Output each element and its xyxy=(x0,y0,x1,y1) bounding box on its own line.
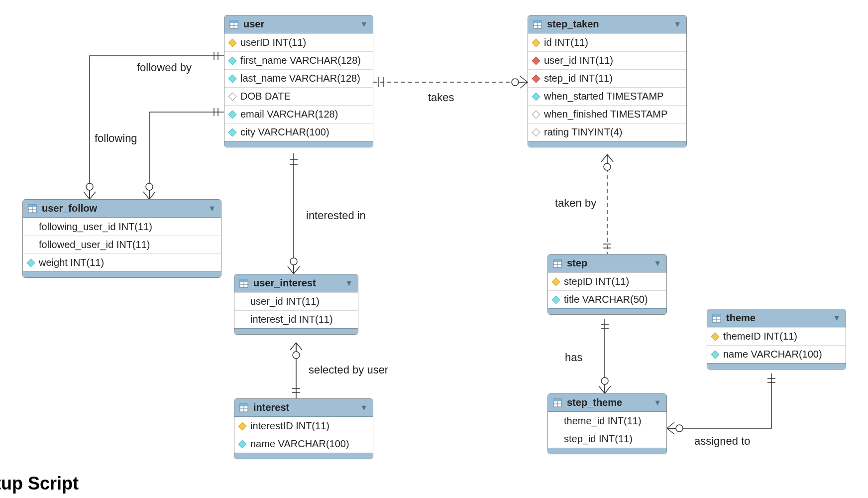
column-icon xyxy=(228,74,237,83)
svg-point-2 xyxy=(512,79,519,86)
collapse-icon[interactable]: ▼ xyxy=(345,279,353,288)
table-icon xyxy=(533,20,542,29)
column-icon xyxy=(228,128,237,136)
collapse-icon[interactable]: ▼ xyxy=(833,314,841,323)
column-row: user_id INT(11) xyxy=(234,292,358,310)
table-footer xyxy=(548,308,666,314)
table-interest[interactable]: interest ▼ interestID INT(11) name VARCH… xyxy=(234,398,373,459)
column-row: interestID INT(11) xyxy=(234,417,373,435)
table-footer xyxy=(23,271,221,277)
table-header[interactable]: user_follow ▼ xyxy=(23,200,221,218)
collapse-icon[interactable]: ▼ xyxy=(653,398,661,407)
svg-rect-29 xyxy=(553,259,561,262)
column-row: userID INT(11) xyxy=(224,33,373,51)
fk-icon xyxy=(532,74,541,83)
table-header[interactable]: step_theme ▼ xyxy=(548,394,666,412)
column-row: interest_id INT(11) xyxy=(234,310,358,328)
column-def: DOB DATE xyxy=(240,91,291,102)
column-row: title VARCHAR(50) xyxy=(548,290,666,308)
rel-label-selected-by-user: selected by user xyxy=(309,364,388,376)
column-row: DOB DATE xyxy=(224,87,373,105)
column-def: followed_user_id INT(11) xyxy=(39,239,150,250)
column-def: rating TINYINT(4) xyxy=(544,126,622,138)
rel-label-taken-by: taken by xyxy=(555,197,596,210)
rel-label-followed-by: followed by xyxy=(137,61,192,74)
pk-icon xyxy=(532,38,541,47)
column-row: following_user_id INT(11) xyxy=(23,218,221,236)
column-def: stepID INT(11) xyxy=(564,276,629,287)
table-footer xyxy=(224,141,373,147)
column-row: followed_user_id INT(11) xyxy=(23,236,221,253)
pk-icon xyxy=(552,277,560,286)
svg-rect-37 xyxy=(713,314,721,317)
erd-canvas: user ▼ userID INT(11) first_name VARCHAR… xyxy=(0,0,868,498)
column-def: step_id INT(11) xyxy=(564,433,633,445)
column-def: interest_id INT(11) xyxy=(250,314,333,325)
table-step-theme[interactable]: step_theme ▼ theme_id INT(11) step_id IN… xyxy=(547,393,667,454)
table-icon xyxy=(28,204,37,213)
table-name: theme xyxy=(726,312,756,324)
table-footer xyxy=(548,448,666,454)
column-def: name VARCHAR(100) xyxy=(250,438,349,450)
column-icon xyxy=(228,92,237,101)
pk-icon xyxy=(228,38,237,47)
svg-rect-21 xyxy=(240,279,248,282)
table-name: step_taken xyxy=(547,18,599,30)
collapse-icon[interactable]: ▼ xyxy=(653,259,661,268)
column-def: city VARCHAR(100) xyxy=(240,126,329,138)
collapse-icon[interactable]: ▼ xyxy=(208,204,216,213)
table-footer xyxy=(528,141,686,147)
column-def: theme_id INT(11) xyxy=(564,415,642,427)
table-header[interactable]: theme ▼ xyxy=(707,309,846,327)
column-def: step_id INT(11) xyxy=(544,73,613,84)
column-row: step_id INT(11) xyxy=(548,430,666,448)
column-icon xyxy=(532,110,541,119)
column-row: when_started TIMESTAMP xyxy=(528,87,686,105)
table-user[interactable]: user ▼ userID INT(11) first_name VARCHAR… xyxy=(224,15,373,147)
svg-point-4 xyxy=(293,352,300,359)
svg-rect-25 xyxy=(240,404,248,406)
column-def: when_started TIMESTAMP xyxy=(544,91,663,102)
table-header[interactable]: step_taken ▼ xyxy=(528,15,686,33)
table-theme[interactable]: theme ▼ themeID INT(11) name VARCHAR(100… xyxy=(707,309,846,370)
collapse-icon[interactable]: ▼ xyxy=(360,20,368,29)
column-row: email VARCHAR(128) xyxy=(224,105,373,123)
table-user-follow[interactable]: user_follow ▼ following_user_id INT(11) … xyxy=(22,199,221,278)
column-icon xyxy=(228,110,237,119)
collapse-icon[interactable]: ▼ xyxy=(360,403,368,412)
column-def: when_finished TIMESTAMP xyxy=(544,109,667,120)
column-row: name VARCHAR(100) xyxy=(707,345,846,363)
column-row: weight INT(11) xyxy=(23,253,221,271)
table-header[interactable]: step ▼ xyxy=(548,254,666,272)
table-header[interactable]: interest ▼ xyxy=(234,399,373,417)
rel-label-takes: takes xyxy=(428,91,454,104)
table-header[interactable]: user ▼ xyxy=(224,15,373,33)
column-def: id INT(11) xyxy=(544,37,588,48)
pk-icon xyxy=(711,332,720,341)
column-icon xyxy=(228,56,237,65)
table-name: step xyxy=(567,257,587,269)
table-footer xyxy=(234,453,373,459)
column-icon xyxy=(238,440,247,448)
rel-label-assigned-to: assigned to xyxy=(694,435,751,448)
column-def: last_name VARCHAR(128) xyxy=(240,73,360,84)
column-def: first_name VARCHAR(128) xyxy=(240,55,361,66)
table-step-taken[interactable]: step_taken ▼ id INT(11) user_id INT(11) … xyxy=(528,15,687,147)
column-row: last_name VARCHAR(128) xyxy=(224,69,373,87)
table-header[interactable]: user_interest ▼ xyxy=(234,274,358,292)
svg-rect-13 xyxy=(534,20,542,23)
table-user-interest[interactable]: user_interest ▼ user_id INT(11) interest… xyxy=(234,274,358,335)
column-row: when_finished TIMESTAMP xyxy=(528,105,686,123)
rel-label-has: has xyxy=(565,351,582,364)
column-icon xyxy=(552,295,560,304)
column-def: weight INT(11) xyxy=(39,257,104,268)
collapse-icon[interactable]: ▼ xyxy=(673,20,681,29)
table-step[interactable]: step ▼ stepID INT(11) title VARCHAR(50) xyxy=(547,254,667,315)
column-def: user_id INT(11) xyxy=(250,296,320,307)
column-def: userID INT(11) xyxy=(240,37,306,48)
column-row: rating TINYINT(4) xyxy=(528,123,686,141)
column-row: themeID INT(11) xyxy=(707,327,846,345)
table-icon xyxy=(553,398,562,407)
svg-point-3 xyxy=(290,258,297,265)
column-def: themeID INT(11) xyxy=(723,331,797,342)
